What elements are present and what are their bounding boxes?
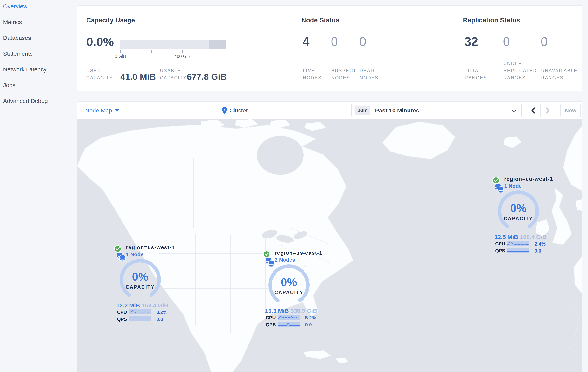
capacity-bar-tick: [214, 50, 214, 53]
time-range-badge: 10m: [355, 106, 370, 115]
gauge-percent: 0%: [268, 276, 310, 288]
region-label[interactable]: region=us-east-1: [275, 250, 323, 256]
suspect-nodes-label: SUSPECT NODES: [331, 67, 357, 82]
cpu-label: CPU: [266, 315, 276, 320]
unavailable-ranges-label: UNAVAILABLE RANGES: [541, 67, 585, 82]
cpu-label: CPU: [117, 309, 127, 315]
region-label[interactable]: region=us-west-1: [126, 244, 175, 251]
under-replicated-ranges-label: UNDER-REPLICATED RANGES: [504, 60, 545, 82]
capacity-bar-tick: [151, 50, 152, 53]
live-nodes-count: 4: [303, 34, 310, 49]
capacity-bar-tick: [182, 50, 183, 53]
sidebar-nav: Overview Metrics Databases Statements Ne…: [3, 3, 77, 104]
gauge-percent: 0%: [497, 202, 540, 215]
region-nodes-link[interactable]: 1 Node: [504, 183, 522, 189]
dead-nodes-count: 0: [359, 34, 366, 49]
map-pin-icon: [222, 107, 227, 114]
capacity-tick-label-400: 400 GiB: [174, 54, 190, 59]
view-mode-dropdown[interactable]: Node Map: [85, 102, 119, 119]
qps-sparkline: [129, 316, 151, 321]
sidebar-item-overview[interactable]: Overview: [3, 3, 77, 9]
gauge-percent: 0%: [119, 270, 162, 283]
cpu-sparkline: [507, 241, 529, 246]
map-toolbar: Node Map Cluster 10m Past 10 Minutes: [77, 102, 582, 119]
sidebar-item-statements[interactable]: Statements: [3, 51, 77, 57]
used-capacity: 12.2 MiB: [116, 302, 140, 309]
sidebar-item-metrics[interactable]: Metrics: [3, 19, 77, 25]
usable-capacity-label: USABLE CAPACITY: [160, 67, 189, 82]
qps-value: 0.0: [156, 317, 163, 322]
chevron-left-icon: [531, 107, 535, 114]
suspect-nodes-count: 0: [331, 34, 338, 49]
breadcrumb-label: Cluster: [230, 107, 248, 114]
node-map: region=us-west-1 1 Node 0% CAPACITY 12.2…: [77, 119, 582, 372]
region-label[interactable]: region=eu-west-1: [504, 176, 553, 182]
total-capacity: 169.4 GiB: [142, 302, 168, 309]
capacity-used-percent: 0.0%: [86, 35, 114, 49]
used-capacity: 12.5 MiB: [494, 234, 518, 240]
capacity-tick-label-0: 0 GiB: [115, 54, 126, 59]
gauge-capacity-label: CAPACITY: [497, 216, 540, 221]
view-mode-label: Node Map: [85, 107, 112, 114]
chevron-right-icon: [546, 107, 550, 114]
cpu-value: 2.4%: [535, 241, 546, 247]
total-ranges-label: TOTAL RANGES: [465, 67, 492, 82]
sidebar-item-advanced-debug[interactable]: Advanced Debug: [3, 98, 77, 104]
qps-value: 0.0: [535, 248, 541, 254]
dead-nodes-label: DEAD NODES: [360, 67, 383, 82]
time-forward-button[interactable]: [540, 104, 555, 117]
node-map-panel: Node Map Cluster 10m Past 10 Minutes: [77, 101, 582, 372]
capacity-bar-reserved-segment: [209, 40, 226, 49]
cpu-label: CPU: [495, 241, 505, 246]
used-capacity-label: USED CAPACITY: [86, 67, 114, 82]
under-replicated-ranges-count: 0: [503, 34, 510, 49]
used-capacity-value: 41.0 MiB: [120, 72, 156, 82]
time-range-label: Past 10 Minutes: [375, 107, 419, 114]
gauge-capacity-label: CAPACITY: [268, 290, 310, 295]
cpu-value: 5.2%: [305, 315, 316, 321]
map-breadcrumb[interactable]: Cluster: [222, 102, 248, 119]
qps-label: QPS: [266, 322, 276, 328]
sidebar: Overview Metrics Databases Statements Ne…: [0, 0, 77, 372]
sidebar-item-network-latency[interactable]: Network Latency: [3, 66, 77, 72]
region-nodes-link[interactable]: 1 Node: [126, 252, 144, 258]
caret-down-icon: [115, 109, 119, 112]
time-range-dropdown[interactable]: 10m Past 10 Minutes: [351, 104, 522, 117]
sidebar-item-databases[interactable]: Databases: [3, 35, 77, 41]
sidebar-item-jobs[interactable]: Jobs: [3, 82, 77, 88]
time-back-button[interactable]: [526, 104, 540, 117]
capacity-bar: [120, 40, 226, 49]
toolbar-divider: [345, 105, 345, 116]
live-nodes-label: LIVE NODES: [303, 67, 326, 82]
now-button[interactable]: Now: [560, 104, 581, 117]
total-capacity: 169.4 GiB: [520, 234, 546, 240]
gauge-capacity-label: CAPACITY: [119, 284, 162, 290]
used-capacity: 16.3 MiB: [265, 308, 289, 314]
qps-sparkline: [278, 322, 300, 327]
qps-sparkline: [507, 248, 529, 253]
unavailable-ranges-count: 0: [541, 34, 548, 49]
qps-label: QPS: [495, 248, 505, 254]
qps-value: 0.0: [305, 322, 312, 328]
qps-label: QPS: [117, 317, 127, 322]
cluster-summary-panel: Capacity Usage 0.0% 0 GiB 400 GiB USED C…: [77, 5, 582, 91]
capacity-usage-title: Capacity Usage: [86, 17, 135, 24]
cpu-value: 3.2%: [156, 309, 168, 315]
node-status-title: Node Status: [301, 17, 339, 24]
cpu-sparkline: [129, 309, 151, 314]
chevron-down-icon: [511, 109, 516, 113]
usable-capacity-value: 677.8 GiB: [187, 72, 227, 82]
time-pager: [525, 104, 555, 117]
cpu-sparkline: [278, 315, 300, 320]
total-capacity: 338.9 GiB: [291, 308, 317, 314]
replication-status-title: Replication Status: [463, 17, 520, 24]
region-nodes-link[interactable]: 2 Nodes: [275, 257, 295, 263]
capacity-bar-tick: [120, 50, 121, 53]
total-ranges-count: 32: [464, 34, 478, 49]
